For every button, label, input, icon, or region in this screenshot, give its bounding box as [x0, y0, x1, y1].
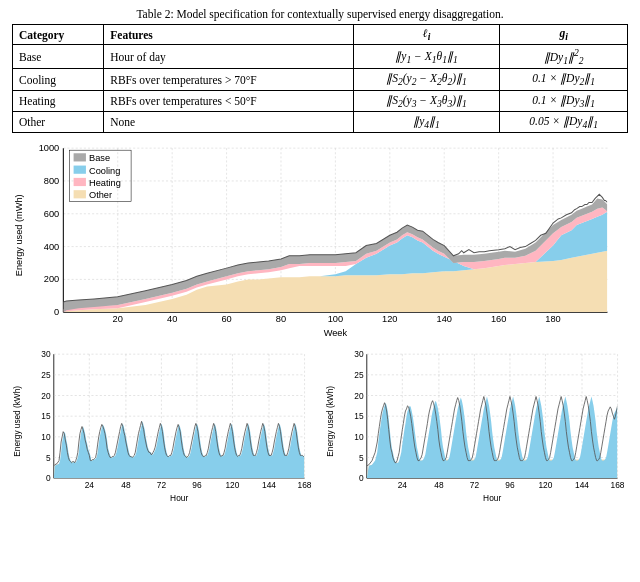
- col-header-li: ℓi: [353, 25, 500, 45]
- svg-text:Energy used (mWh): Energy used (mWh): [14, 195, 24, 277]
- svg-text:0: 0: [54, 308, 59, 318]
- small-chart-left-svg: 0 5 10 15 20 25 30 24 48 72 96 120 144 1…: [12, 349, 315, 504]
- svg-text:72: 72: [157, 481, 167, 491]
- svg-text:Other: Other: [89, 191, 112, 201]
- svg-text:20: 20: [354, 391, 364, 401]
- col-header-gi: gi: [500, 25, 628, 45]
- table-row: Other None ‖y4‖1 0.05 × ‖Dy4‖1: [13, 112, 628, 133]
- svg-text:30: 30: [41, 350, 51, 360]
- cell-features-1: RBFs over temperatures > 70°F: [104, 69, 353, 90]
- svg-text:5: 5: [359, 453, 364, 463]
- bottom-charts: 0 5 10 15 20 25 30 24 48 72 96 120 144 1…: [12, 349, 628, 504]
- svg-text:600: 600: [44, 209, 59, 219]
- svg-rect-41: [74, 166, 86, 174]
- svg-text:80: 80: [276, 315, 286, 325]
- svg-rect-45: [74, 190, 86, 198]
- cell-gi-1: 0.1 × ‖Dy2‖1: [500, 69, 628, 90]
- svg-text:20: 20: [113, 315, 123, 325]
- svg-text:168: 168: [298, 481, 312, 491]
- svg-text:Hour: Hour: [483, 493, 501, 503]
- svg-text:180: 180: [545, 315, 560, 325]
- cell-li-0: ‖y1 − X1θ1‖1: [353, 45, 500, 69]
- cell-features-0: Hour of day: [104, 45, 353, 69]
- svg-text:24: 24: [398, 481, 408, 491]
- svg-text:Cooling: Cooling: [89, 166, 120, 176]
- cell-gi-2: 0.1 × ‖Dy3‖1: [500, 90, 628, 111]
- svg-text:15: 15: [41, 412, 51, 422]
- spec-table: Category Features ℓi gi Base Hour of day…: [12, 24, 628, 133]
- svg-text:Heating: Heating: [89, 178, 121, 188]
- small-chart-right-svg: 0 5 10 15 20 25 30 24 48 72 96 120 144 1…: [325, 349, 628, 504]
- svg-text:0: 0: [46, 474, 51, 484]
- svg-marker-66: [54, 422, 305, 479]
- cell-features-3: None: [104, 112, 353, 133]
- svg-text:10: 10: [41, 432, 51, 442]
- svg-rect-43: [74, 178, 86, 186]
- svg-text:1000: 1000: [39, 144, 60, 154]
- cell-category-3: Other: [13, 112, 104, 133]
- svg-text:Week: Week: [324, 328, 348, 338]
- svg-text:60: 60: [221, 315, 231, 325]
- svg-text:120: 120: [225, 481, 239, 491]
- svg-text:Energy used (kWh): Energy used (kWh): [12, 386, 22, 457]
- cell-li-1: ‖S2(y2 − X2θ2)‖1: [353, 69, 500, 90]
- cell-category-0: Base: [13, 45, 104, 69]
- svg-text:15: 15: [354, 412, 364, 422]
- svg-text:72: 72: [470, 481, 480, 491]
- svg-text:25: 25: [41, 370, 51, 380]
- table-container: Table 2: Model specification for context…: [12, 8, 628, 133]
- main-chart: 0 200 400 600 800 1000 20 40 60 80 100 1…: [12, 143, 628, 343]
- cell-category-1: Cooling: [13, 69, 104, 90]
- svg-text:144: 144: [262, 481, 276, 491]
- svg-text:144: 144: [575, 481, 589, 491]
- svg-text:Hour: Hour: [170, 493, 188, 503]
- svg-text:25: 25: [354, 370, 364, 380]
- svg-text:48: 48: [121, 481, 131, 491]
- small-chart-left: 0 5 10 15 20 25 30 24 48 72 96 120 144 1…: [12, 349, 315, 504]
- svg-text:160: 160: [491, 315, 506, 325]
- cell-gi-3: 0.05 × ‖Dy4‖1: [500, 112, 628, 133]
- cell-li-2: ‖S2(y3 − X3θ3)‖1: [353, 90, 500, 111]
- svg-text:140: 140: [437, 315, 452, 325]
- col-header-features: Features: [104, 25, 353, 45]
- svg-text:96: 96: [192, 481, 202, 491]
- svg-text:48: 48: [434, 481, 444, 491]
- table-row: Heating RBFs over temperatures < 50°F ‖S…: [13, 90, 628, 111]
- svg-text:Base: Base: [89, 154, 110, 164]
- svg-text:96: 96: [505, 481, 515, 491]
- svg-text:100: 100: [328, 315, 343, 325]
- chart-area: 0 200 400 600 800 1000 20 40 60 80 100 1…: [12, 143, 628, 504]
- svg-text:120: 120: [538, 481, 552, 491]
- cell-li-3: ‖y4‖1: [353, 112, 500, 133]
- small-chart-right: 0 5 10 15 20 25 30 24 48 72 96 120 144 1…: [325, 349, 628, 504]
- table-row: Base Hour of day ‖y1 − X1θ1‖1 ‖Dy1‖22: [13, 45, 628, 69]
- table-header-row: Category Features ℓi gi: [13, 25, 628, 45]
- svg-text:800: 800: [44, 176, 59, 186]
- svg-text:10: 10: [354, 432, 364, 442]
- col-header-category: Category: [13, 25, 104, 45]
- svg-text:30: 30: [354, 350, 364, 360]
- cell-category-2: Heating: [13, 90, 104, 111]
- svg-text:120: 120: [382, 315, 397, 325]
- svg-text:0: 0: [359, 474, 364, 484]
- cell-features-2: RBFs over temperatures < 50°F: [104, 90, 353, 111]
- table-caption: Table 2: Model specification for context…: [12, 8, 628, 20]
- svg-text:Energy used (kWh): Energy used (kWh): [325, 386, 335, 457]
- svg-text:400: 400: [44, 242, 59, 252]
- svg-marker-100: [367, 397, 618, 479]
- svg-text:168: 168: [611, 481, 625, 491]
- svg-text:40: 40: [167, 315, 177, 325]
- svg-text:200: 200: [44, 275, 59, 285]
- svg-rect-39: [74, 154, 86, 162]
- svg-text:5: 5: [46, 453, 51, 463]
- table-row: Cooling RBFs over temperatures > 70°F ‖S…: [13, 69, 628, 90]
- cell-gi-0: ‖Dy1‖22: [500, 45, 628, 69]
- main-chart-svg: 0 200 400 600 800 1000 20 40 60 80 100 1…: [12, 143, 628, 343]
- svg-text:20: 20: [41, 391, 51, 401]
- svg-text:24: 24: [85, 481, 95, 491]
